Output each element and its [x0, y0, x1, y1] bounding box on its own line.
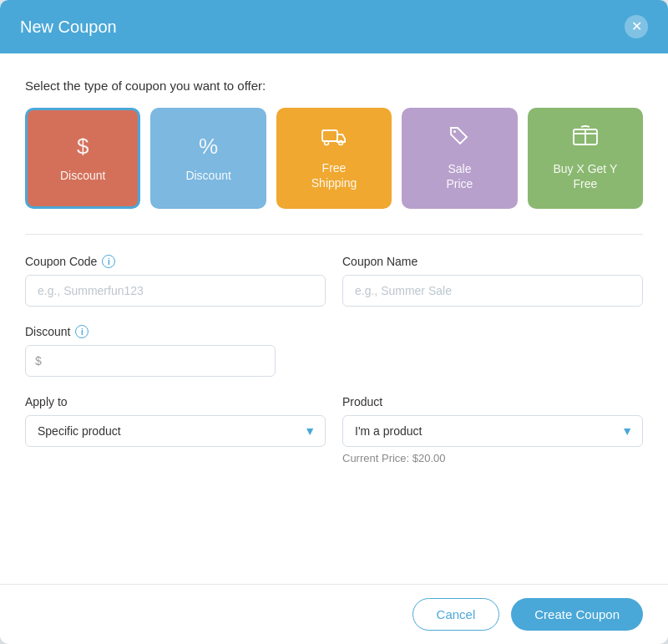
coupon-type-sale-label: SalePrice: [446, 161, 473, 191]
form-row-1: Coupon Code i Coupon Name: [25, 255, 643, 307]
modal-title: New Coupon: [20, 18, 117, 37]
cancel-button[interactable]: Cancel: [412, 598, 500, 631]
apply-to-group: Apply to Specific product ▼: [25, 395, 326, 464]
type-section-label: Select the type of coupon you want to of…: [25, 79, 643, 93]
coupon-type-bxgy[interactable]: Buy X Get YFree: [528, 108, 643, 209]
percent-icon: %: [199, 134, 218, 160]
coupon-type-bxgy-label: Buy X Get YFree: [553, 161, 617, 191]
coupon-code-label: Coupon Code i: [25, 255, 326, 268]
shipping-icon: [321, 126, 347, 152]
discount-prefix: $: [35, 354, 42, 368]
coupon-code-info-icon[interactable]: i: [102, 255, 115, 268]
coupon-type-percent[interactable]: % Discount: [150, 108, 266, 209]
coupon-type-dollar[interactable]: $ Discount: [25, 108, 140, 209]
modal-header: New Coupon ✕: [0, 0, 668, 53]
discount-label: Discount i: [25, 325, 276, 338]
product-label: Product: [342, 395, 643, 408]
product-select[interactable]: I'm a product: [342, 415, 643, 447]
product-select-wrapper: I'm a product ▼: [342, 415, 643, 447]
create-coupon-button[interactable]: Create Coupon: [511, 598, 643, 631]
discount-group: Discount i $: [25, 325, 276, 377]
bxgy-icon: [573, 125, 598, 153]
coupon-type-shipping[interactable]: FreeShipping: [276, 108, 392, 209]
form-row-3: Apply to Specific product ▼ Product I'm …: [25, 395, 643, 464]
coupon-type-shipping-label: FreeShipping: [311, 160, 357, 190]
coupon-name-input[interactable]: [342, 275, 643, 307]
coupon-type-dollar-label: Discount: [60, 168, 105, 183]
svg-point-3: [453, 130, 456, 133]
coupon-name-group: Coupon Name: [342, 255, 643, 307]
coupon-type-sale[interactable]: SalePrice: [402, 108, 517, 209]
new-coupon-modal: New Coupon ✕ Select the type of coupon y…: [0, 0, 668, 644]
modal-body: Select the type of coupon you want to of…: [0, 53, 668, 584]
coupon-name-label: Coupon Name: [342, 255, 643, 268]
svg-point-1: [325, 141, 329, 145]
close-icon: ✕: [631, 20, 642, 33]
discount-input-wrapper: $: [25, 345, 276, 377]
svg-point-2: [339, 141, 343, 145]
coupon-type-percent-label: Discount: [185, 168, 230, 183]
apply-to-select[interactable]: Specific product: [25, 415, 326, 447]
sale-icon: [448, 125, 470, 153]
apply-to-label: Apply to: [25, 395, 326, 408]
divider-1: [25, 234, 643, 235]
form-row-2: Discount i $: [25, 325, 643, 377]
discount-input[interactable]: [25, 345, 276, 377]
dollar-icon: $: [77, 134, 89, 160]
coupon-code-input[interactable]: [25, 275, 326, 307]
svg-rect-0: [322, 130, 337, 141]
close-button[interactable]: ✕: [625, 15, 648, 38]
product-group: Product I'm a product ▼ Current Price: $…: [342, 395, 643, 464]
coupon-type-selector: $ Discount % Discount FreeShipping: [25, 108, 643, 209]
current-price-label: Current Price: $20.00: [342, 452, 643, 464]
coupon-code-group: Coupon Code i: [25, 255, 326, 307]
modal-footer: Cancel Create Coupon: [0, 584, 668, 644]
discount-info-icon[interactable]: i: [75, 325, 89, 338]
apply-to-select-wrapper: Specific product ▼: [25, 415, 326, 447]
